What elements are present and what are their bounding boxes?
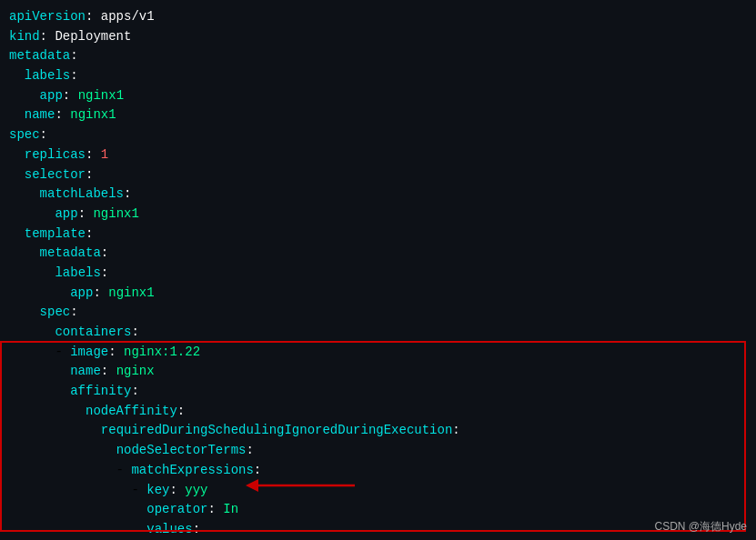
code-line-6: name: nginx1	[9, 105, 747, 125]
code-line-9: selector:	[9, 165, 747, 185]
code-line-18: - image: nginx:1.22	[9, 343, 747, 363]
code-line-3: metadata:	[9, 46, 747, 66]
code-line-19: name: nginx	[9, 362, 747, 382]
code-line-10: matchLabels:	[9, 185, 747, 205]
code-line-20: affinity:	[9, 382, 747, 402]
code-line-11: app: nginx1	[9, 205, 747, 225]
code-line-22: requiredDuringSchedulingIgnoredDuringExe…	[9, 421, 747, 441]
code-container: apiVersion: apps/v1 kind: Deployment met…	[0, 0, 756, 540]
code-line-17: containers:	[9, 323, 747, 343]
code-line-25: - key: yyy	[9, 481, 747, 501]
code-line-12: template:	[9, 225, 747, 245]
code-line-16: spec:	[9, 303, 747, 323]
code-line-5: app: nginx1	[9, 86, 747, 106]
code-line-14: labels:	[9, 264, 747, 284]
code-line-23: nodeSelectorTerms:	[9, 441, 747, 461]
code-line-13: metadata:	[9, 244, 747, 264]
code-line-8: replicas: 1	[9, 145, 747, 165]
code-line-1: apiVersion: apps/v1	[9, 7, 747, 27]
code-line-27: values:	[9, 520, 747, 540]
code-line-15: app: nginx1	[9, 284, 747, 304]
code-line-7: spec:	[9, 125, 747, 145]
code-line-26: operator: In	[9, 500, 747, 520]
code-line-24: - matchExpressions:	[9, 461, 747, 481]
code-line-4: labels:	[9, 66, 747, 86]
watermark: CSDN @海德Hyde	[654, 519, 747, 535]
code-line-2: kind: Deployment	[9, 27, 747, 47]
code-line-21: nodeAffinity:	[9, 402, 747, 422]
